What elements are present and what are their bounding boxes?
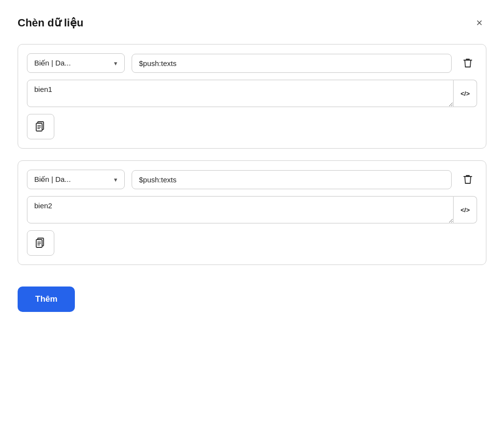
type-dropdown-2[interactable]: Biến | Da... ▾ <box>27 170 125 189</box>
copy-button-1[interactable] <box>27 114 54 139</box>
card-top-row-2: Biến | Da... ▾ <box>27 170 477 189</box>
value-textarea-2[interactable]: bien2 <box>27 196 454 223</box>
copy-row-2 <box>27 230 477 256</box>
code-button-2[interactable]: </> <box>454 196 477 223</box>
type-dropdown-1[interactable]: Biến | Da... ▾ <box>27 53 125 73</box>
code-button-1[interactable]: </> <box>454 80 477 107</box>
value-textarea-1[interactable]: bien1 <box>27 80 454 107</box>
textarea-row-2: bien2 </> <box>27 196 477 223</box>
document-icon-2 <box>36 237 46 249</box>
dropdown-label-2: Biến | Da... <box>34 175 71 184</box>
document-icon-1 <box>36 121 46 132</box>
add-button[interactable]: Thêm <box>18 287 75 312</box>
copy-button-2[interactable] <box>27 230 54 256</box>
push-input-1[interactable] <box>132 54 452 73</box>
dialog-title: Chèn dữ liệu <box>18 17 83 29</box>
delete-button-2[interactable] <box>458 171 477 188</box>
card-top-row-1: Biến | Da... ▾ <box>27 53 477 73</box>
textarea-row-1: bien1 </> <box>27 80 477 107</box>
card-2: Biến | Da... ▾ bien2 </> <box>18 160 486 265</box>
dropdown-label-1: Biến | Da... <box>34 59 71 67</box>
chevron-down-icon-1: ▾ <box>114 60 117 67</box>
copy-row-1 <box>27 114 477 139</box>
card-1: Biến | Da... ▾ bien1 </> <box>18 44 486 149</box>
close-button[interactable]: × <box>472 16 486 30</box>
delete-button-1[interactable] <box>458 54 477 72</box>
trash-icon-1 <box>462 57 473 69</box>
chevron-down-icon-2: ▾ <box>114 176 117 183</box>
dialog-header: Chèn dữ liệu × <box>18 16 486 30</box>
trash-icon-2 <box>462 174 473 185</box>
dialog: Chèn dữ liệu × Biến | Da... ▾ bien1 </> <box>0 0 504 441</box>
push-input-2[interactable] <box>132 170 452 189</box>
